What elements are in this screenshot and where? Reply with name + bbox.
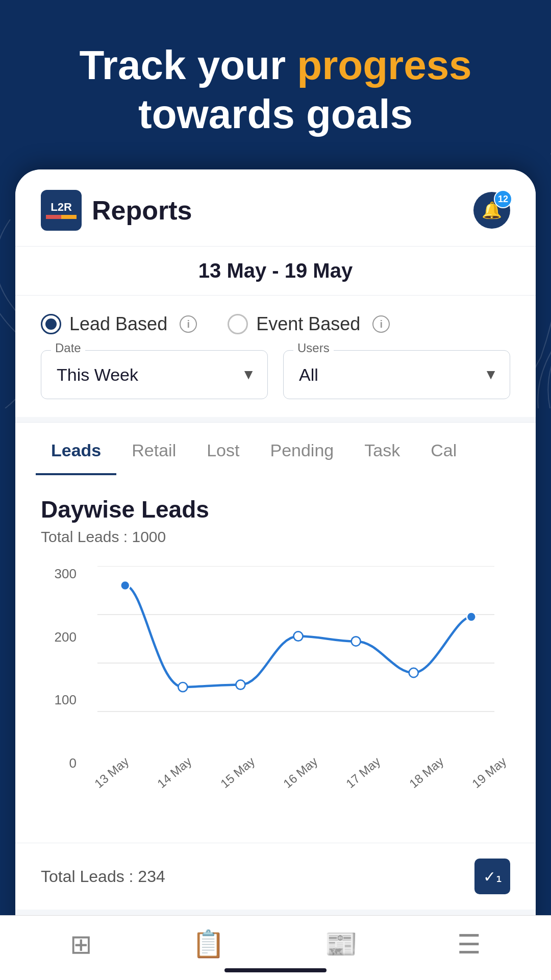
nav-menu[interactable]: ☰ (457, 929, 481, 960)
lead-based-label: Lead Based (69, 313, 167, 335)
radio-inner (45, 318, 57, 330)
y-label-100: 100 (41, 692, 77, 708)
nav-tasks[interactable]: 📋 (192, 928, 225, 960)
tab-lost[interactable]: Lost (191, 423, 255, 475)
chart-y-labels: 300 200 100 0 (41, 566, 77, 781)
summary-icon-symbol: ✓₁ (483, 868, 502, 886)
data-point-5 (409, 668, 418, 677)
event-based-option[interactable]: Event Based i (228, 313, 390, 335)
summary-icon[interactable]: ✓₁ (474, 859, 510, 894)
logo-bar-red (46, 215, 61, 219)
logo-box: L2R (41, 190, 82, 231)
chart-subtitle: Total Leads : 1000 (41, 528, 510, 546)
data-point-0 (120, 581, 130, 590)
lead-based-info-icon[interactable]: i (180, 315, 197, 333)
logo-bar-orange (61, 215, 77, 219)
card-header: L2R Reports 🔔 12 (15, 169, 536, 246)
event-based-info-icon[interactable]: i (372, 315, 390, 333)
data-point-6 (467, 612, 476, 621)
dropdown-row: Date This Week Last Week This Month ▼ Us… (41, 350, 510, 399)
date-dropdown-label: Date (51, 341, 85, 355)
lead-based-radio[interactable] (41, 314, 61, 334)
hero-highlight: progress (297, 42, 471, 88)
radio-group: Lead Based i Event Based i (41, 313, 510, 335)
chart-total: 1000 (132, 528, 166, 545)
data-point-1 (178, 682, 187, 692)
bottom-summary: Total Leads : 234 ✓₁ (15, 843, 536, 910)
logo-text: L2R (51, 202, 72, 213)
chart-svg-container: 13 May 14 May 15 May 16 May 17 May 18 Ma… (82, 566, 510, 781)
chart-subtitle-prefix: Total Leads : (41, 528, 132, 545)
tab-task[interactable]: Task (349, 423, 415, 475)
home-icon: ⊞ (70, 929, 92, 960)
date-dropdown-wrapper: Date This Week Last Week This Month ▼ (41, 350, 268, 399)
x-axis-labels: 13 May 14 May 15 May 16 May 17 May 18 Ma… (82, 762, 510, 781)
y-label-200: 200 (41, 629, 77, 645)
lead-based-option[interactable]: Lead Based i (41, 313, 197, 335)
nav-home[interactable]: ⊞ (70, 929, 92, 960)
nav-reports[interactable]: 📰 (324, 928, 358, 960)
y-label-0: 0 (41, 755, 77, 771)
hero-line2: towards goals (138, 91, 413, 137)
tabs-section: Leads Retail Lost Pending Task Cal (15, 422, 536, 475)
tab-retail[interactable]: Retail (116, 423, 191, 475)
summary-text: Total Leads : 234 (41, 867, 165, 886)
menu-icon: ☰ (457, 929, 481, 960)
users-dropdown-label: Users (293, 341, 334, 355)
chart-svg (82, 566, 510, 760)
tab-pending[interactable]: Pending (255, 423, 349, 475)
bottom-nav: ⊞ 📋 📰 ☰ (0, 915, 551, 980)
tabs-row: Leads Retail Lost Pending Task Cal (15, 423, 536, 475)
date-range-text: 13 May - 19 May (198, 259, 353, 282)
data-point-2 (236, 680, 245, 689)
chart-area: 300 200 100 0 (41, 566, 510, 822)
date-dropdown[interactable]: This Week Last Week This Month (41, 350, 268, 399)
event-based-radio[interactable] (228, 314, 248, 334)
date-range-bar: 13 May - 19 May (15, 246, 536, 295)
notification-badge: 12 (494, 190, 512, 208)
logo-bar (46, 215, 77, 219)
users-dropdown[interactable]: All Me (283, 350, 510, 399)
tasks-icon: 📋 (192, 928, 225, 960)
hero-section: Track your progress towards goals (0, 0, 551, 169)
users-dropdown-wrapper: Users All Me ▼ (283, 350, 510, 399)
home-indicator (224, 968, 327, 972)
main-content: Daywise Leads Total Leads : 1000 300 200… (15, 475, 536, 843)
notification-button[interactable]: 🔔 12 (473, 192, 510, 229)
chart-title: Daywise Leads (41, 496, 510, 523)
data-point-3 (293, 631, 303, 641)
tab-leads[interactable]: Leads (36, 423, 116, 475)
hero-line1-prefix: Track your (79, 42, 297, 88)
reports-icon: 📰 (324, 928, 358, 960)
tab-cal[interactable]: Cal (415, 423, 472, 475)
y-label-300: 300 (41, 566, 77, 582)
event-based-label: Event Based (256, 313, 360, 335)
header-title: Reports (92, 195, 192, 226)
filter-section: Lead Based i Event Based i Date This Wee… (15, 295, 536, 417)
data-point-4 (352, 636, 361, 646)
main-card: L2R Reports 🔔 12 13 May - 19 May Lead Ba… (15, 169, 536, 945)
logo-area: L2R Reports (41, 190, 192, 231)
